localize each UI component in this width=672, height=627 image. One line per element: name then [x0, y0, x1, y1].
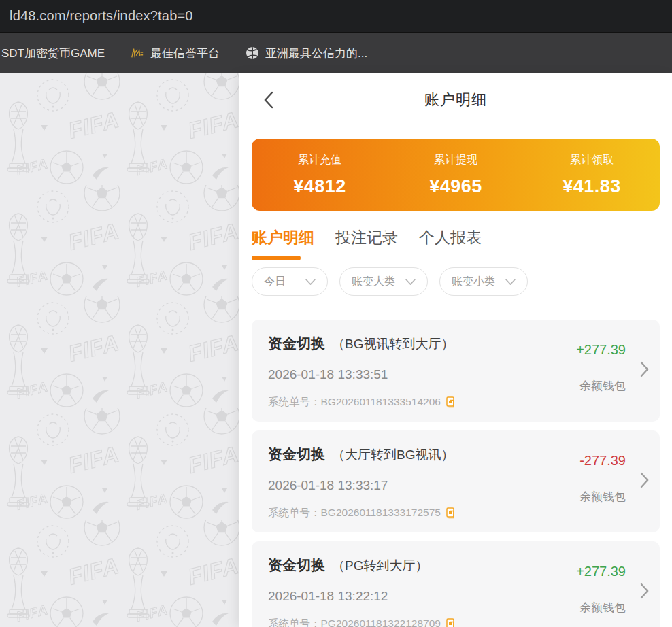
stats-section: 累计充值 ¥4812 累计提现 ¥4965 累计领取 ¥41.83	[239, 126, 672, 211]
transaction-amount: +277.39	[554, 342, 626, 358]
transaction-amount: -277.39	[554, 453, 626, 469]
chevron-right-icon	[640, 472, 649, 491]
bookmark-label: 亚洲最具公信力的...	[265, 46, 367, 61]
chevron-right-icon	[640, 361, 649, 380]
globe-icon	[246, 46, 259, 60]
bookmark-item-3[interactable]: 亚洲最具公信力的...	[246, 46, 367, 61]
stat-value: ¥4965	[388, 176, 524, 197]
chevron-right-icon	[640, 583, 649, 602]
stat-label: 累计提现	[388, 153, 524, 167]
tab-bet-records[interactable]: 投注记录	[335, 227, 398, 260]
copy-icon[interactable]	[446, 618, 456, 627]
bookmarks-bar: SDT加密货币GAME 最佳信誉平台 亚洲最具公信力的...	[0, 33, 672, 73]
tab-account-detail[interactable]: 账户明细	[252, 227, 314, 260]
filter-bar: 今日 账变大类 账变小类	[239, 260, 672, 307]
page-header: 账户明细	[239, 73, 672, 126]
transaction-time: 2026-01-18 13:33:51	[268, 367, 554, 382]
tab-label: 投注记录	[335, 227, 398, 248]
filter-label: 今日	[264, 275, 286, 289]
transaction-wallet: 余额钱包	[554, 378, 626, 394]
gold-logo-icon	[131, 46, 144, 60]
active-tab-underline	[252, 256, 301, 260]
transaction-time: 2026-01-18 13:22:12	[268, 589, 554, 604]
tab-label: 账户明细	[252, 227, 314, 248]
transaction-list: 资金切换 （BG视讯转到大厅） 2026-01-18 13:33:51 系统单号…	[239, 307, 672, 627]
url-text[interactable]: ld48.com/reports/index?tab=0	[10, 8, 193, 24]
account-detail-panel: 账户明细 累计充值 ¥4812 累计提现 ¥4965 累计领取 ¥41.83	[239, 73, 672, 627]
chevron-left-icon	[263, 91, 274, 109]
transaction-title: 资金切换	[268, 334, 325, 353]
transaction-title: 资金切换	[268, 445, 325, 464]
chevron-down-icon	[305, 279, 316, 285]
stat-value: ¥4812	[252, 176, 388, 197]
transaction-amount: +277.39	[554, 564, 626, 579]
filter-major-category-dropdown[interactable]: 账变大类	[339, 267, 428, 296]
transaction-title: 资金切换	[268, 556, 325, 575]
tab-bar: 账户明细 投注记录 个人报表	[239, 211, 672, 260]
back-button[interactable]	[257, 88, 280, 112]
transaction-wallet: 余额钱包	[554, 489, 626, 505]
transaction-row[interactable]: 资金切换 （PG转到大厅） 2026-01-18 13:22:12 系统单号：P…	[252, 541, 660, 627]
bookmark-label: 最佳信誉平台	[150, 46, 220, 61]
transaction-row[interactable]: 资金切换 （BG视讯转到大厅） 2026-01-18 13:33:51 系统单号…	[252, 320, 660, 422]
transaction-order-no: 系统单号：PG202601181322128709	[268, 617, 441, 627]
filter-label: 账变小类	[452, 275, 495, 289]
stats-card: 累计充值 ¥4812 累计提现 ¥4965 累计领取 ¥41.83	[252, 139, 660, 211]
tab-label: 个人报表	[419, 227, 482, 248]
transaction-order-no: 系统单号：BG202601181333514206	[268, 395, 441, 409]
chevron-down-icon	[405, 279, 416, 285]
copy-icon[interactable]	[446, 396, 456, 408]
transaction-subtitle: （BG视讯转到大厅）	[332, 335, 454, 353]
stat-label: 累计充值	[252, 153, 388, 167]
filter-date-dropdown[interactable]: 今日	[252, 267, 328, 296]
bookmark-item-1[interactable]: SDT加密货币GAME	[1, 46, 105, 61]
page-body: FIFA FIFA	[0, 73, 672, 627]
transaction-subtitle: （大厅转到BG视讯）	[332, 446, 454, 464]
transaction-wallet: 余额钱包	[554, 600, 626, 615]
filter-label: 账变大类	[352, 275, 395, 289]
bookmark-label: SDT加密货币GAME	[1, 46, 105, 61]
tab-personal-report[interactable]: 个人报表	[419, 227, 482, 260]
transaction-order-no: 系统单号：BG202601181333172575	[268, 506, 441, 520]
filter-minor-category-dropdown[interactable]: 账变小类	[439, 267, 528, 296]
copy-icon[interactable]	[446, 507, 456, 519]
stat-total-withdraw: 累计提现 ¥4965	[388, 153, 524, 197]
stat-value: ¥41.83	[524, 176, 660, 197]
page-title: 账户明细	[424, 90, 487, 110]
transaction-time: 2026-01-18 13:33:17	[268, 478, 554, 493]
stat-total-claimed: 累计领取 ¥41.83	[524, 153, 660, 197]
bookmark-item-2[interactable]: 最佳信誉平台	[131, 46, 220, 61]
transaction-row[interactable]: 资金切换 （大厅转到BG视讯） 2026-01-18 13:33:17 系统单号…	[252, 430, 660, 532]
transaction-subtitle: （PG转到大厅）	[332, 557, 428, 575]
chevron-down-icon	[505, 279, 516, 285]
stat-label: 累计领取	[524, 153, 660, 167]
stat-total-deposit: 累计充值 ¥4812	[252, 153, 388, 197]
browser-url-bar[interactable]: ld48.com/reports/index?tab=0	[0, 0, 672, 33]
